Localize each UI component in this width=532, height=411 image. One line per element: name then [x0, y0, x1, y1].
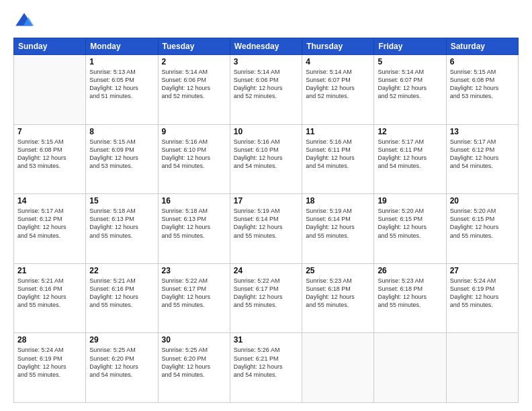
day-number: 6 [450, 57, 515, 66]
calendar-body: 1Sunrise: 5:13 AMSunset: 6:05 PMDaylight… [14, 55, 519, 403]
calendar-cell [14, 55, 86, 125]
day-info: Sunrise: 5:17 AMSunset: 6:12 PMDaylight:… [17, 207, 82, 240]
day-number: 8 [89, 127, 154, 136]
day-number: 13 [450, 127, 515, 136]
day-number: 28 [17, 335, 82, 345]
calendar-cell: 21Sunrise: 5:21 AMSunset: 6:16 PMDayligh… [14, 263, 86, 333]
day-info: Sunrise: 5:17 AMSunset: 6:11 PMDaylight:… [378, 138, 442, 171]
day-number: 15 [89, 196, 154, 205]
calendar-cell: 23Sunrise: 5:22 AMSunset: 6:17 PMDayligh… [158, 263, 230, 333]
day-number: 4 [306, 57, 370, 66]
day-number: 14 [17, 196, 82, 205]
calendar-cell: 19Sunrise: 5:20 AMSunset: 6:15 PMDayligh… [374, 194, 446, 264]
day-number: 26 [378, 266, 442, 275]
calendar-cell: 18Sunrise: 5:19 AMSunset: 6:14 PMDayligh… [302, 194, 374, 264]
day-number: 18 [306, 196, 370, 205]
day-number: 12 [378, 127, 442, 136]
day-number: 22 [89, 266, 154, 275]
logo-icon [13, 11, 35, 32]
calendar-cell: 6Sunrise: 5:15 AMSunset: 6:08 PMDaylight… [446, 55, 518, 125]
weekday-row: SundayMondayTuesdayWednesdayThursdayFrid… [14, 38, 519, 55]
day-number: 10 [234, 127, 298, 136]
day-info: Sunrise: 5:14 AMSunset: 6:06 PMDaylight:… [234, 68, 298, 101]
day-info: Sunrise: 5:20 AMSunset: 6:15 PMDaylight:… [378, 207, 442, 240]
day-info: Sunrise: 5:14 AMSunset: 6:07 PMDaylight:… [306, 68, 370, 101]
day-number: 30 [162, 335, 226, 345]
calendar-cell: 17Sunrise: 5:19 AMSunset: 6:14 PMDayligh… [230, 194, 302, 264]
day-info: Sunrise: 5:21 AMSunset: 6:16 PMDaylight:… [89, 277, 154, 310]
calendar-cell [374, 333, 446, 403]
calendar-cell: 7Sunrise: 5:15 AMSunset: 6:08 PMDaylight… [14, 124, 86, 194]
calendar-cell: 16Sunrise: 5:18 AMSunset: 6:13 PMDayligh… [158, 194, 230, 264]
day-number: 29 [89, 335, 154, 345]
day-number: 25 [306, 266, 370, 275]
day-info: Sunrise: 5:25 AMSunset: 6:20 PMDaylight:… [89, 346, 154, 379]
weekday-header-friday: Friday [374, 38, 446, 55]
day-info: Sunrise: 5:21 AMSunset: 6:16 PMDaylight:… [17, 277, 82, 310]
calendar-cell: 9Sunrise: 5:16 AMSunset: 6:10 PMDaylight… [158, 124, 230, 194]
calendar-table: SundayMondayTuesdayWednesdayThursdayFrid… [13, 38, 519, 403]
calendar-week-3: 14Sunrise: 5:17 AMSunset: 6:12 PMDayligh… [14, 194, 519, 264]
day-number: 16 [162, 196, 226, 205]
calendar-cell [446, 333, 518, 403]
weekday-header-sunday: Sunday [14, 38, 86, 55]
calendar-cell: 3Sunrise: 5:14 AMSunset: 6:06 PMDaylight… [230, 55, 302, 125]
header [13, 11, 519, 32]
day-info: Sunrise: 5:16 AMSunset: 6:10 PMDaylight:… [234, 138, 298, 171]
calendar-week-2: 7Sunrise: 5:15 AMSunset: 6:08 PMDaylight… [14, 124, 519, 194]
day-info: Sunrise: 5:13 AMSunset: 6:05 PMDaylight:… [89, 68, 154, 101]
calendar-cell: 31Sunrise: 5:26 AMSunset: 6:21 PMDayligh… [230, 333, 302, 403]
logo [13, 11, 38, 32]
calendar-cell: 30Sunrise: 5:25 AMSunset: 6:20 PMDayligh… [158, 333, 230, 403]
calendar-cell: 24Sunrise: 5:22 AMSunset: 6:17 PMDayligh… [230, 263, 302, 333]
calendar-cell: 10Sunrise: 5:16 AMSunset: 6:10 PMDayligh… [230, 124, 302, 194]
calendar-cell: 26Sunrise: 5:23 AMSunset: 6:18 PMDayligh… [374, 263, 446, 333]
calendar-cell: 5Sunrise: 5:14 AMSunset: 6:07 PMDaylight… [374, 55, 446, 125]
day-number: 2 [162, 57, 226, 66]
weekday-header-monday: Monday [86, 38, 158, 55]
day-number: 3 [234, 57, 298, 66]
day-number: 5 [378, 57, 442, 66]
day-info: Sunrise: 5:15 AMSunset: 6:08 PMDaylight:… [17, 138, 82, 171]
calendar-cell: 11Sunrise: 5:16 AMSunset: 6:11 PMDayligh… [302, 124, 374, 194]
day-info: Sunrise: 5:23 AMSunset: 6:18 PMDaylight:… [378, 277, 442, 310]
day-info: Sunrise: 5:23 AMSunset: 6:18 PMDaylight:… [306, 277, 370, 310]
calendar-cell: 13Sunrise: 5:17 AMSunset: 6:12 PMDayligh… [446, 124, 518, 194]
day-number: 31 [234, 335, 298, 345]
calendar-cell: 1Sunrise: 5:13 AMSunset: 6:05 PMDaylight… [86, 55, 158, 125]
day-info: Sunrise: 5:24 AMSunset: 6:19 PMDaylight:… [450, 277, 515, 310]
day-number: 11 [306, 127, 370, 136]
day-info: Sunrise: 5:16 AMSunset: 6:10 PMDaylight:… [162, 138, 226, 171]
day-info: Sunrise: 5:14 AMSunset: 6:06 PMDaylight:… [162, 68, 226, 101]
day-number: 21 [17, 266, 82, 275]
calendar-cell: 22Sunrise: 5:21 AMSunset: 6:16 PMDayligh… [86, 263, 158, 333]
calendar-cell [302, 333, 374, 403]
calendar-cell: 20Sunrise: 5:20 AMSunset: 6:15 PMDayligh… [446, 194, 518, 264]
day-info: Sunrise: 5:19 AMSunset: 6:14 PMDaylight:… [306, 207, 370, 240]
day-info: Sunrise: 5:26 AMSunset: 6:21 PMDaylight:… [234, 346, 298, 379]
calendar-cell: 8Sunrise: 5:15 AMSunset: 6:09 PMDaylight… [86, 124, 158, 194]
calendar-week-4: 21Sunrise: 5:21 AMSunset: 6:16 PMDayligh… [14, 263, 519, 333]
calendar-cell: 28Sunrise: 5:24 AMSunset: 6:19 PMDayligh… [14, 333, 86, 403]
day-info: Sunrise: 5:18 AMSunset: 6:13 PMDaylight:… [89, 207, 154, 240]
day-number: 7 [17, 127, 82, 136]
day-number: 17 [234, 196, 298, 205]
day-info: Sunrise: 5:14 AMSunset: 6:07 PMDaylight:… [378, 68, 442, 101]
weekday-header-thursday: Thursday [302, 38, 374, 55]
calendar-week-5: 28Sunrise: 5:24 AMSunset: 6:19 PMDayligh… [14, 333, 519, 403]
day-info: Sunrise: 5:25 AMSunset: 6:20 PMDaylight:… [162, 346, 226, 379]
day-info: Sunrise: 5:24 AMSunset: 6:19 PMDaylight:… [17, 346, 82, 379]
calendar-cell: 15Sunrise: 5:18 AMSunset: 6:13 PMDayligh… [86, 194, 158, 264]
calendar-cell: 27Sunrise: 5:24 AMSunset: 6:19 PMDayligh… [446, 263, 518, 333]
calendar-cell: 25Sunrise: 5:23 AMSunset: 6:18 PMDayligh… [302, 263, 374, 333]
page: SundayMondayTuesdayWednesdayThursdayFrid… [0, 0, 532, 411]
day-info: Sunrise: 5:18 AMSunset: 6:13 PMDaylight:… [162, 207, 226, 240]
calendar-cell: 4Sunrise: 5:14 AMSunset: 6:07 PMDaylight… [302, 55, 374, 125]
day-number: 24 [234, 266, 298, 275]
day-number: 23 [162, 266, 226, 275]
day-info: Sunrise: 5:17 AMSunset: 6:12 PMDaylight:… [450, 138, 515, 171]
calendar-header: SundayMondayTuesdayWednesdayThursdayFrid… [14, 38, 519, 55]
calendar-cell: 2Sunrise: 5:14 AMSunset: 6:06 PMDaylight… [158, 55, 230, 125]
calendar-cell: 29Sunrise: 5:25 AMSunset: 6:20 PMDayligh… [86, 333, 158, 403]
day-number: 1 [89, 57, 154, 66]
